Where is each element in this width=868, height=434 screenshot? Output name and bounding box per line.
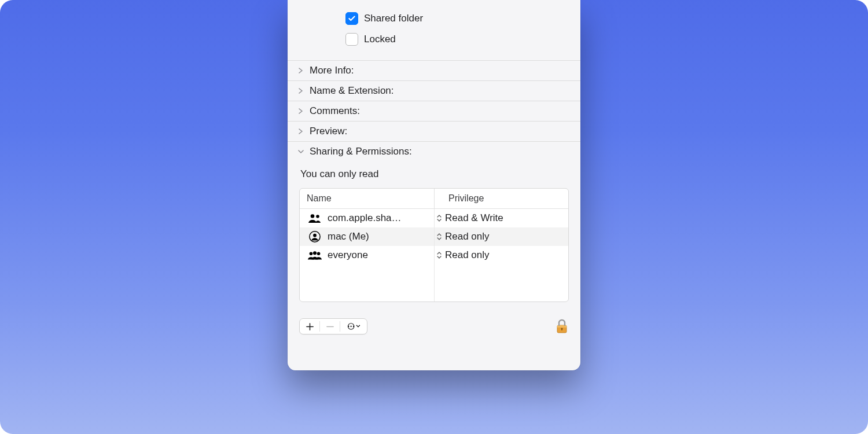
name-cell: com.apple.sha… [300,212,434,225]
svg-point-1 [316,215,319,218]
table-row[interactable]: mac (Me)Read only [300,227,568,246]
ellipsis-chevron-icon [346,322,361,330]
table-row[interactable]: everyoneRead only [300,246,568,264]
updown-icon [436,232,443,241]
locked-label: Locked [364,31,396,47]
locked-row: Locked [288,29,580,50]
chevron-down-icon [297,148,305,156]
user-name: everyone [328,249,368,261]
section-preview[interactable]: Preview: [288,122,580,142]
svg-point-0 [311,214,315,218]
shared-folder-label: Shared folder [364,10,423,27]
permissions-body: You can only read Name Privilege com.app… [288,161,580,312]
section-title: Comments: [310,105,360,117]
plus-icon [306,322,314,331]
shared-folder-checkbox[interactable] [345,12,358,25]
col-name: Name [300,189,434,208]
svg-point-4 [310,252,313,255]
add-user-button[interactable] [300,319,319,334]
chevron-right-icon [297,67,305,75]
chevron-right-icon [297,127,305,135]
section-title: More Info: [310,65,354,76]
chevron-right-icon [297,87,305,95]
desktop-background: Shared folder Locked More Info: [0,0,868,434]
user-icon [307,230,323,243]
privilege-value: Read only [445,231,490,242]
permissions-action-group [299,318,367,334]
table-row[interactable]: com.apple.sha…Read & Write [300,209,568,227]
updown-icon [436,251,443,260]
section-sharing-header[interactable]: Sharing & Permissions: [288,142,580,161]
minus-icon [326,322,334,331]
svg-point-6 [317,252,321,255]
svg-point-8 [350,326,351,327]
locked-checkbox[interactable] [345,33,358,46]
user-name: mac (Me) [328,231,369,242]
permissions-hint: You can only read [300,168,569,180]
table-row-empty [300,283,568,301]
permissions-table-header: Name Privilege [300,189,568,209]
name-cell: everyone [300,249,434,262]
svg-point-5 [313,251,317,255]
section-title: Name & Extension: [310,85,394,97]
col-privilege: Privilege [434,189,568,208]
svg-rect-14 [561,329,562,330]
section-name-extension[interactable]: Name & Extension: [288,81,580,101]
name-cell: mac (Me) [300,230,434,243]
section-title: Preview: [310,126,347,137]
permissions-footer [288,312,580,345]
updown-icon [436,214,443,223]
permissions-rows: com.apple.sha…Read & Writemac (Me)Read o… [300,209,568,264]
get-info-panel: Shared folder Locked More Info: [288,0,580,370]
lock-icon[interactable] [555,318,569,334]
svg-point-3 [313,234,317,237]
shared-folder-row: Shared folder [288,8,580,29]
remove-user-button[interactable] [320,319,340,334]
section-title: Sharing & Permissions: [310,146,412,157]
table-row-empty [300,264,568,283]
action-menu-button[interactable] [340,319,367,334]
privilege-value: Read & Write [445,212,503,224]
privilege-value: Read only [445,249,490,261]
section-sharing-permissions: Sharing & Permissions: You can only read… [288,142,580,312]
general-checkboxes: Shared folder Locked [288,0,580,61]
section-comments[interactable]: Comments: [288,101,580,122]
privilege-cell[interactable]: Read only [434,227,568,246]
privilege-cell[interactable]: Read only [434,246,568,264]
section-more-info[interactable]: More Info: [288,61,580,81]
group-icon [307,212,323,225]
user-name: com.apple.sha… [328,212,402,224]
privilege-cell[interactable]: Read & Write [434,209,568,227]
chevron-right-icon [297,107,305,115]
permissions-table: Name Privilege com.apple.sha…Read & Writ… [299,188,569,302]
checkmark-icon [348,14,356,23]
group-icon [307,249,323,262]
